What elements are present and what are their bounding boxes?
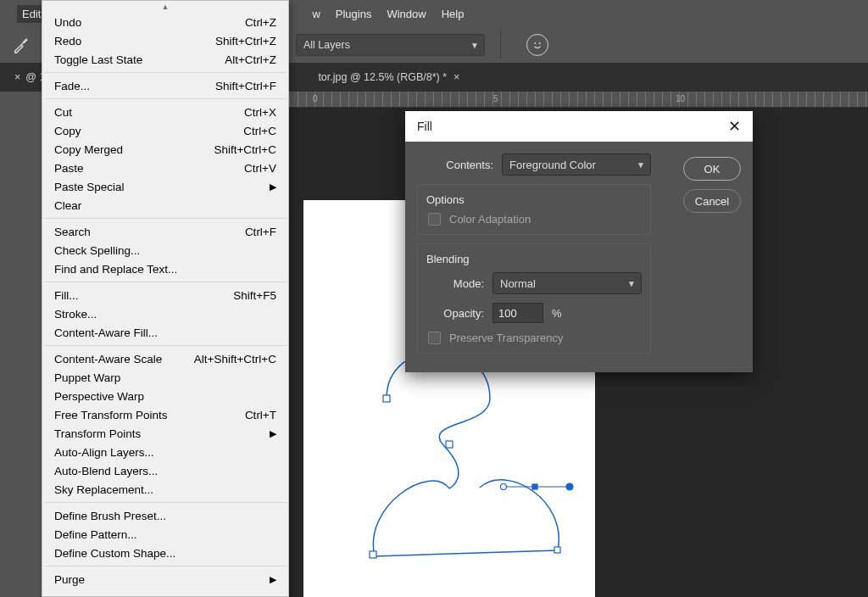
menu-separator [44, 566, 287, 566]
menu-item[interactable]: Clear [42, 196, 288, 215]
menu-item[interactable]: Content-Aware Fill... [42, 323, 288, 342]
color-adaptation-checkbox [428, 213, 441, 226]
color-adaptation-label: Color Adaptation [449, 213, 531, 226]
menu-item-label: Fade... [54, 80, 90, 92]
menu-item-label: Purge [54, 573, 85, 586]
menu-item[interactable]: Define Custom Shape... [42, 544, 288, 562]
chevron-down-icon: ▼ [637, 160, 645, 170]
menu-item[interactable]: Define Pattern... [42, 525, 288, 544]
menu-item[interactable]: Find and Replace Text... [42, 259, 288, 278]
menu-item-label: Undo [54, 16, 81, 29]
svg-point-1 [534, 42, 536, 44]
toolbox[interactable] [0, 92, 36, 597]
panel-title: Options [426, 193, 642, 206]
opacity-input[interactable]: 100 [492, 303, 543, 323]
menu-item-label: Content-Aware Scale [54, 353, 162, 365]
menu-item-label: Search [54, 226, 91, 238]
preserve-transparency-checkbox[interactable] [428, 332, 441, 344]
menu-item-label: Toggle Last State [54, 53, 142, 66]
svg-point-2 [539, 42, 541, 44]
divider [500, 31, 501, 59]
combo-value: Foreground Color [509, 159, 596, 171]
menu-item[interactable]: Check Spelling... [42, 241, 288, 259]
menu-separator [44, 218, 287, 219]
combo-value: Normal [500, 277, 536, 290]
close-icon[interactable]: × [453, 71, 459, 83]
menu-item[interactable]: Stroke... [42, 304, 288, 323]
menu-window[interactable]: Window [387, 8, 426, 20]
menu-item[interactable]: RedoShift+Ctrl+Z [42, 31, 288, 50]
menu-item[interactable]: Purge▶ [42, 570, 288, 589]
menu-item-label: Free Transform Points [54, 409, 168, 421]
menu-item[interactable]: Perspective Warp [42, 387, 288, 405]
menu-item[interactable]: Auto-Blend Layers... [42, 461, 288, 480]
all-layers-combo[interactable]: All Layers ▼ [296, 34, 485, 56]
menu-help[interactable]: Help [442, 8, 465, 20]
menu-w-fragment[interactable]: w [312, 8, 320, 20]
menu-item[interactable]: Auto-Align Layers... [42, 443, 288, 461]
menu-item-label: Paste [54, 162, 84, 175]
menu-item-label: Perspective Warp [54, 390, 144, 403]
menu-separator [44, 98, 287, 99]
menu-item[interactable]: Free Transform PointsCtrl+T [42, 405, 288, 424]
menu-item-label: Paste Special [54, 181, 125, 193]
menu-item-label: Transform Points [54, 427, 141, 440]
close-icon[interactable]: ✕ [728, 117, 741, 136]
menu-plugins[interactable]: Plugins [336, 8, 372, 20]
opacity-label: Opacity: [426, 307, 484, 320]
menu-item-shortcut: Ctrl+X [244, 106, 276, 119]
svg-line-0 [21, 42, 25, 45]
menu-item[interactable]: Fade...Shift+Ctrl+F [42, 76, 288, 95]
combo-label: All Layers [303, 39, 350, 51]
chevron-down-icon: ▼ [627, 279, 636, 288]
submenu-arrow-icon: ▶ [270, 574, 276, 585]
menu-item[interactable]: UndoCtrl+Z [42, 13, 288, 31]
menu-item[interactable]: Puppet Warp [42, 368, 288, 387]
tab-label: tor.jpg @ 12.5% (RGB/8*) * [318, 71, 447, 83]
scroll-up-icon[interactable]: ▲ [42, 1, 288, 13]
menu-item-label: Find and Replace Text... [54, 263, 177, 276]
menu-item-shortcut: Ctrl+V [244, 162, 276, 175]
document-tab-right[interactable]: tor.jpg @ 12.5% (RGB/8*) * × [309, 63, 468, 92]
menu-separator [44, 345, 287, 346]
ruler-tick: 0 [313, 94, 318, 103]
menu-item[interactable]: Define Brush Preset... [42, 506, 288, 525]
menu-item[interactable]: PasteCtrl+V [42, 159, 288, 177]
close-icon[interactable]: × [14, 71, 20, 83]
menu-item[interactable]: CopyCtrl+C [42, 121, 288, 140]
menu-item-shortcut: Ctrl+F [245, 226, 276, 238]
panel-title: Blending [426, 253, 642, 265]
dialog-title: Fill [417, 120, 432, 133]
menu-item-shortcut: Shift+Ctrl+Z [215, 35, 276, 47]
menu-item-shortcut: Ctrl+T [245, 409, 276, 421]
ruler-tick: 5 [493, 94, 498, 103]
menu-item-shortcut: Alt+Ctrl+Z [225, 53, 276, 66]
edit-menu-dropdown[interactable]: ▲ UndoCtrl+ZRedoShift+Ctrl+ZToggle Last … [42, 0, 289, 597]
menu-item[interactable]: Toggle Last StateAlt+Ctrl+Z [42, 50, 288, 69]
menu-item[interactable]: SearchCtrl+F [42, 222, 288, 241]
menu-item-label: Stroke... [54, 308, 97, 321]
dialog-titlebar[interactable]: Fill ✕ [405, 111, 753, 142]
menu-item[interactable]: Sky Replacement... [42, 480, 288, 499]
contents-combo[interactable]: Foreground Color ▼ [502, 153, 651, 176]
share-feedback-icon[interactable] [526, 34, 548, 56]
menu-item[interactable]: Copy MergedShift+Ctrl+C [42, 140, 288, 159]
menu-item[interactable]: Fill...Shift+F5 [42, 286, 288, 304]
menu-item[interactable]: Transform Points▶ [42, 424, 288, 443]
menu-item[interactable]: Paste Special▶ [42, 177, 288, 196]
menu-item[interactable]: CutCtrl+X [42, 103, 288, 121]
menu-item-label: Copy [54, 125, 81, 137]
menu-item-label: Define Pattern... [54, 528, 137, 541]
menu-item-label: Auto-Align Layers... [54, 446, 154, 459]
menu-item-shortcut: Alt+Shift+Ctrl+C [194, 353, 276, 365]
menu-item[interactable]: Content-Aware ScaleAlt+Shift+Ctrl+C [42, 349, 288, 368]
submenu-arrow-icon: ▶ [270, 181, 276, 192]
menu-separator [44, 502, 287, 503]
cancel-button[interactable]: Cancel [683, 189, 741, 213]
menu-item-label: Fill... [54, 289, 79, 302]
menu-separator [44, 72, 287, 73]
ok-button[interactable]: OK [683, 157, 741, 181]
blending-panel: Blending Mode: Normal ▼ Opacity: 100 % P… [417, 243, 651, 354]
mode-combo[interactable]: Normal ▼ [492, 272, 642, 294]
menu-item-label: Redo [54, 35, 81, 47]
